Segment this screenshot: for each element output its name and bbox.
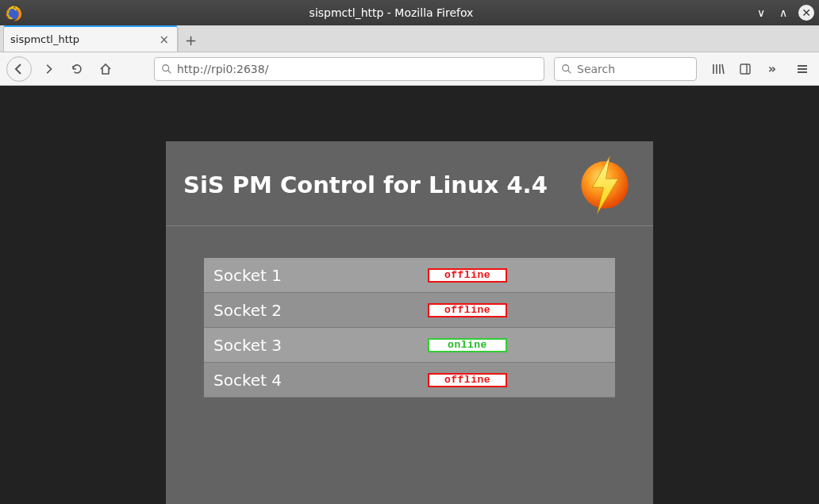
status-badge[interactable]: offline [428, 373, 507, 387]
socket-name: Socket 2 [213, 301, 428, 320]
window-title: sispmctl_http - Mozilla Firefox [29, 6, 754, 19]
status-badge[interactable]: online [428, 338, 507, 352]
svg-rect-5 [740, 64, 750, 74]
tab-title: sispmctl_http [10, 33, 157, 45]
maximize-icon[interactable]: ∧ [776, 6, 790, 20]
socket-name: Socket 3 [213, 336, 428, 355]
back-button[interactable] [6, 56, 32, 82]
svg-point-3 [563, 64, 569, 71]
status-badge[interactable]: offline [428, 268, 507, 283]
menu-button[interactable] [792, 59, 813, 79]
svg-line-2 [168, 70, 171, 73]
page-title: SiS PM Control for Linux 4.4 [183, 171, 548, 198]
search-icon [561, 63, 572, 75]
socket-row[interactable]: Socket 4offline [204, 363, 615, 398]
toolbar-icons: » [708, 59, 782, 79]
socket-row[interactable]: Socket 2offline [204, 293, 615, 328]
url-text: http://rpi0:2638/ [177, 63, 268, 75]
url-bar[interactable]: http://rpi0:2638/ [154, 57, 544, 81]
socket-name: Socket 4 [213, 371, 428, 390]
library-icon[interactable] [708, 59, 729, 79]
search-icon [161, 63, 172, 75]
new-tab-button[interactable]: + [178, 28, 203, 52]
forward-button[interactable] [37, 57, 60, 81]
socket-row[interactable]: Socket 3online [204, 328, 615, 363]
firefox-icon [5, 4, 22, 21]
window-buttons: ∨ ∧ ✕ [754, 5, 814, 21]
reload-button[interactable] [65, 57, 89, 81]
socket-name: Socket 1 [213, 266, 428, 285]
close-icon[interactable]: ✕ [798, 5, 814, 21]
svg-line-4 [568, 70, 571, 73]
overflow-icon[interactable]: » [762, 59, 782, 79]
window-titlebar: sispmctl_http - Mozilla Firefox ∨ ∧ ✕ [0, 0, 819, 25]
tab-close-icon[interactable]: × [157, 33, 171, 47]
control-panel: SiS PM Control for Linux 4.4 [166, 141, 653, 504]
tab-strip: sispmctl_http × + [0, 25, 819, 52]
page-content: SiS PM Control for Linux 4.4 [0, 86, 819, 504]
minimize-icon[interactable]: ∨ [754, 6, 768, 20]
socket-row[interactable]: Socket 1offline [204, 258, 615, 293]
svg-point-1 [163, 64, 169, 71]
search-bar[interactable] [554, 57, 697, 81]
status-badge[interactable]: offline [428, 303, 507, 317]
search-input[interactable] [577, 63, 690, 75]
panel-header: SiS PM Control for Linux 4.4 [166, 141, 653, 225]
home-button[interactable] [94, 57, 117, 81]
tab-active[interactable]: sispmctl_http × [3, 25, 178, 52]
nav-toolbar: http://rpi0:2638/ » [0, 52, 819, 86]
sidebar-icon[interactable] [735, 59, 756, 79]
socket-list: Socket 1offlineSocket 2offlineSocket 3on… [166, 226, 653, 398]
lightning-icon [574, 154, 636, 216]
